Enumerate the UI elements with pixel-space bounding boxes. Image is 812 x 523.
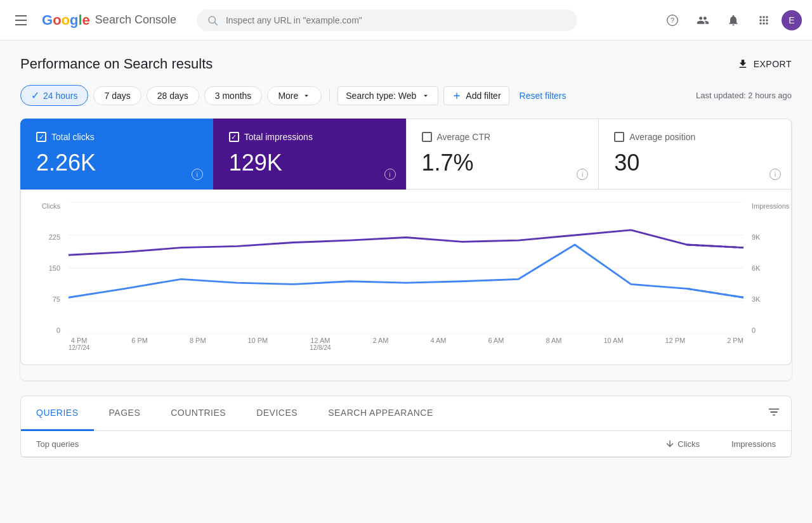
table-filter-button[interactable] xyxy=(767,405,781,422)
add-filter-label: Add filter xyxy=(466,91,501,101)
users-button[interactable] xyxy=(690,8,716,33)
filter-more[interactable]: More xyxy=(267,86,322,105)
search-bar[interactable] xyxy=(197,10,577,31)
avatar[interactable]: E xyxy=(782,10,802,30)
help-button[interactable]: ? xyxy=(660,8,685,33)
export-button[interactable]: EXPORT xyxy=(737,58,792,70)
svg-text:?: ? xyxy=(671,16,674,24)
reset-filters-button[interactable]: Reset filters xyxy=(520,91,566,101)
metric-info-impressions[interactable]: i xyxy=(384,169,396,180)
chart-svg xyxy=(69,202,743,334)
metric-card-total-clicks[interactable]: Total clicks 2.26K i xyxy=(20,119,214,190)
metric-checkbox-clicks[interactable] xyxy=(36,132,46,142)
tab-pages[interactable]: PAGES xyxy=(94,396,156,431)
filter-3m-label: 3 months xyxy=(215,91,252,101)
filter-28d[interactable]: 28 days xyxy=(147,86,199,105)
export-label: EXPORT xyxy=(754,59,792,69)
col-header-query: Top queries xyxy=(36,439,624,449)
metric-info-ctr[interactable]: i xyxy=(577,169,588,180)
x-tick-12pm: 12 PM xyxy=(665,337,685,344)
table-header-row: Top queries Clicks Impressions xyxy=(21,431,791,457)
y-tick-9k: 9K xyxy=(752,233,760,241)
x-tick-4am: 4 AM xyxy=(430,337,446,344)
col-header-impressions: Impressions xyxy=(700,439,776,449)
sort-arrow-icon xyxy=(665,439,675,449)
metric-name-position: Average position xyxy=(629,132,695,142)
page-title: Performance on Search results xyxy=(20,56,213,72)
metric-info-clicks[interactable]: i xyxy=(192,169,203,180)
app-header: Google Search Console ? E xyxy=(0,0,812,41)
metric-name-ctr: Average CTR xyxy=(437,132,491,142)
filter-7d[interactable]: 7 days xyxy=(93,86,141,105)
metric-value-position: 30 xyxy=(614,150,776,176)
y-tick-0-right: 0 xyxy=(752,326,756,334)
tab-countries[interactable]: COUNTRIES xyxy=(155,396,241,431)
metric-info-position[interactable]: i xyxy=(769,169,781,180)
chart-container: Clicks 225 150 75 0 xyxy=(20,190,792,365)
y-tick-6k: 6K xyxy=(752,264,760,272)
check-icon: ✓ xyxy=(31,89,39,101)
chevron-down-icon xyxy=(302,91,311,100)
y-tick-3k: 3K xyxy=(752,295,760,303)
metric-card-avg-ctr[interactable]: Average CTR 1.7% i xyxy=(406,119,599,190)
y-axis-right: Impressions 9K 6K 3K 0 xyxy=(747,202,778,334)
x-tick-10am: 10 AM xyxy=(603,337,623,344)
metric-card-avg-position[interactable]: Average position 30 i xyxy=(598,119,792,190)
y-tick-150: 150 xyxy=(49,264,60,272)
x-tick-6am: 6 AM xyxy=(488,337,504,344)
chart-svg-container xyxy=(69,202,743,334)
search-type-chevron-icon xyxy=(421,91,430,100)
metrics-chart-section: Total clicks 2.26K i Total impressions 1… xyxy=(20,119,792,380)
y-axis-left: Clicks 225 150 75 0 xyxy=(34,202,65,334)
tab-search-appearance[interactable]: SEARCH APPEARANCE xyxy=(313,396,449,431)
metric-value-ctr: 1.7% xyxy=(422,150,584,176)
notifications-button[interactable] xyxy=(721,8,746,33)
x-tick-4pm: 4 PM 12/7/24 xyxy=(69,337,89,351)
y-tick-0-left: 0 xyxy=(56,326,60,334)
clicks-line xyxy=(69,245,743,297)
y-label-clicks: Clicks xyxy=(42,202,60,210)
filters-row: ✓ 24 hours 7 days 28 days 3 months More … xyxy=(20,85,792,106)
filter-3m[interactable]: 3 months xyxy=(204,86,263,105)
impressions-line xyxy=(69,230,743,255)
search-icon xyxy=(207,15,218,26)
x-axis: 4 PM 12/7/24 6 PM 8 PM 10 PM 12 AM 12/8/ xyxy=(69,334,743,354)
tab-section: QUERIES PAGES COUNTRIES DEVICES SEARCH A… xyxy=(20,396,792,458)
metric-card-total-impressions[interactable]: Total impressions 129K i xyxy=(213,119,407,190)
apps-button[interactable] xyxy=(751,8,776,33)
google-logo[interactable]: Google Search Console xyxy=(42,12,176,29)
app-name-label: Search Console xyxy=(95,13,176,27)
y-tick-75: 75 xyxy=(53,295,60,303)
col-label-query: Top queries xyxy=(36,439,79,449)
menu-icon[interactable] xyxy=(10,10,32,30)
col-label-clicks: Clicks xyxy=(678,439,700,449)
search-input[interactable] xyxy=(226,15,567,25)
last-updated-text: Last updated: 2 hours ago xyxy=(696,91,792,100)
header-actions: ? E xyxy=(660,8,802,33)
filter-more-label: More xyxy=(278,91,298,101)
col-header-clicks[interactable]: Clicks xyxy=(624,439,700,449)
x-tick-12am: 12 AM 12/8/24 xyxy=(310,337,331,351)
x-tick-8am: 8 AM xyxy=(546,337,561,344)
tab-devices[interactable]: DEVICES xyxy=(241,396,313,431)
x-tick-6pm: 6 PM xyxy=(131,337,148,344)
metric-checkbox-ctr[interactable] xyxy=(422,132,432,142)
x-tick-2am: 2 AM xyxy=(372,337,388,344)
filter-divider xyxy=(329,89,330,102)
x-tick-8pm: 8 PM xyxy=(190,337,206,344)
svg-line-1 xyxy=(214,22,217,25)
metric-name-clicks: Total clicks xyxy=(51,132,95,142)
search-type-filter[interactable]: Search type: Web xyxy=(337,86,438,105)
tab-queries[interactable]: QUERIES xyxy=(21,396,94,431)
x-tick-10pm: 10 PM xyxy=(247,337,268,344)
filter-24h[interactable]: ✓ 24 hours xyxy=(20,85,88,106)
add-filter-button[interactable]: Add filter xyxy=(443,86,509,105)
export-icon xyxy=(737,58,749,70)
table-filter-icon xyxy=(767,405,781,419)
metrics-row: Total clicks 2.26K i Total impressions 1… xyxy=(20,119,792,190)
page-header: Performance on Search results EXPORT xyxy=(20,56,792,72)
metric-checkbox-position[interactable] xyxy=(614,132,624,142)
metric-checkbox-impressions[interactable] xyxy=(229,132,239,142)
chart-area: Clicks 225 150 75 0 xyxy=(34,202,778,354)
tab-actions xyxy=(757,396,791,430)
